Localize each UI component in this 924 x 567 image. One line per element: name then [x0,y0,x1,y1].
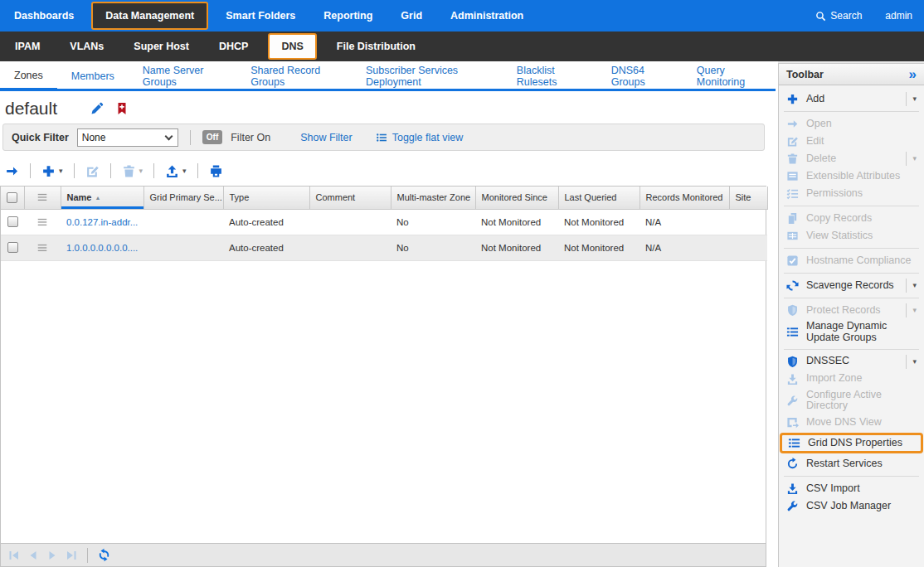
sidebar-item-csv-job-manager[interactable]: CSV Job Manager [779,497,924,515]
dropdown-caret[interactable]: ▾ [906,92,922,106]
toggle-flat-view[interactable]: Toggle flat view [376,132,463,143]
cell-value: Not Monitored [564,243,624,253]
separator [784,248,919,249]
column-header-type[interactable]: Type [223,187,309,209]
cell-comment [309,209,391,235]
top-nav-item-data-management[interactable]: Data Management [91,2,208,30]
column-header-site[interactable]: Site [729,187,767,209]
sidebar-item-label: Hostname Compliance [806,255,911,267]
sidebar-item-copy-records: Copy Records [779,210,924,227]
page-last-icon [65,549,78,562]
menu-icon [36,216,49,228]
select-all-checkbox[interactable] [7,192,17,203]
tab-dns64-groups[interactable]: DNS64 Groups [597,63,683,89]
column-header-select[interactable] [1,187,24,209]
sidebar-item-extensible-attributes: Extensible Attributes [779,167,924,185]
column-label: Grid Primary Se... [150,192,222,202]
separator [784,111,919,112]
table-row[interactable]: 1.0.0.0.0.0.0.0....Auto-createdNoNot Mon… [1,235,767,260]
top-nav-item-administration[interactable]: Administration [436,0,537,32]
sidebar-item-dnssec[interactable]: DNSSEC▾ [779,353,924,371]
sub-nav-item-vlans[interactable]: VLANs [55,32,119,61]
page-prev-icon [27,549,40,562]
global-search[interactable]: Search [815,10,862,22]
bookmark-add-icon[interactable] [115,102,129,115]
dropdown-caret: ▾ [906,152,922,166]
go-arrow-button[interactable] [5,164,19,178]
column-header-name[interactable]: Name▲ [61,187,143,209]
top-nav-item-smart-folders[interactable]: Smart Folders [212,0,309,32]
column-header-monitored_since[interactable]: Monitored Since [475,187,558,209]
collapse-sidebar-icon[interactable]: » [909,67,917,81]
sub-nav-item-file-distribution[interactable]: File Distribution [322,32,430,61]
separator [784,206,919,206]
divider [197,163,198,178]
column-header-last_queried[interactable]: Last Queried [558,187,640,209]
column-header-records_monitored[interactable]: Records Monitored [640,187,729,209]
refresh-icon[interactable] [97,548,111,562]
column-header-grid_primary[interactable]: Grid Primary Se... [143,187,223,209]
column-header-menu[interactable] [24,187,61,209]
sidebar-item-label: Copy Records [806,213,872,225]
divider [87,548,88,563]
filter-toggle-button[interactable]: Off [202,130,222,144]
column-header-comment[interactable]: Comment [309,187,391,209]
tab-subscriber-services-deployment[interactable]: Subscriber Services Deployment [352,63,503,89]
sidebar-item-restart-services[interactable]: Restart Services [779,455,924,472]
quick-filter-label: Quick Filter [12,132,69,143]
sidebar-item-scavenge-records[interactable]: Scavenge Records▾ [779,277,924,294]
add-button[interactable]: ▾ [41,164,63,178]
sidebar-item-open: Open [779,115,924,133]
table-row[interactable]: 0.0.127.in-addr...Auto-createdNoNot Moni… [1,209,767,235]
restart-icon [786,458,799,470]
sidebar-item-label: Extensible Attributes [806,171,900,182]
sidebar-item-protect-records: Protect Records▾ [779,302,924,319]
tab-members[interactable]: Members [57,63,129,89]
cell-comment [309,235,391,260]
column-label: Type [230,192,250,202]
tab-blacklist-rulesets[interactable]: Blacklist Rulesets [503,63,597,89]
sub-nav-item-dns[interactable]: DNS [268,33,316,60]
sidebar-item-grid-dns-properties[interactable]: Grid DNS Properties [780,433,923,453]
sidebar-item-label: Open [806,119,832,130]
form-icon [786,170,799,182]
view-heading: default [0,94,129,124]
export-button[interactable]: ▾ [165,164,187,178]
sub-nav-item-dhcp[interactable]: DHCP [204,32,263,61]
tab-shared-record-groups[interactable]: Shared Record Groups [236,63,352,89]
cell-monitored_since: Not Monitored [475,235,558,260]
tab-zones[interactable]: Zones [0,63,57,91]
edit-view-icon[interactable] [90,102,104,115]
grid-footer [1,543,766,566]
print-button[interactable] [209,164,223,178]
column-label: Comment [316,192,356,202]
cell-grid_primary [143,235,223,260]
caret-down-icon[interactable]: ▾ [59,167,63,175]
sub-nav-item-ipam[interactable]: IPAM [0,32,55,61]
tab-query-monitoring[interactable]: Query Monitoring [683,63,776,89]
cell-value[interactable]: 1.0.0.0.0.0.0.0.... [66,243,138,253]
dropdown-caret[interactable]: ▾ [906,279,922,293]
sidebar-item-manage-dynamic-update-groups[interactable]: Manage Dynamic Update Groups [779,319,924,346]
user-menu[interactable]: admin [885,10,912,22]
row-checkbox[interactable] [7,242,18,253]
top-nav-item-dashboards[interactable]: Dashboards [0,0,88,32]
dropdown-caret[interactable]: ▾ [906,355,922,369]
cell-last_queried: Not Monitored [558,209,640,235]
cell-value[interactable]: 0.0.127.in-addr... [66,217,138,227]
top-nav-item-grid[interactable]: Grid [387,0,436,32]
menu-icon [36,242,49,254]
zones-grid: Name▲Grid Primary Se...TypeCommentMulti-… [0,186,766,567]
quick-filter-select[interactable]: None [77,128,178,147]
export-icon [165,164,179,178]
caret-down-icon[interactable]: ▾ [139,167,143,175]
row-checkbox[interactable] [7,216,18,227]
sidebar-item-add[interactable]: Add▾ [779,90,924,108]
top-nav-item-reporting[interactable]: Reporting [309,0,387,32]
sub-nav-item-super-host[interactable]: Super Host [119,32,204,61]
sidebar-item-csv-import[interactable]: CSV Import [779,480,924,497]
column-header-multi_master[interactable]: Multi-master Zone [391,187,475,209]
caret-down-icon[interactable]: ▾ [182,167,187,175]
show-filter-link[interactable]: Show Filter [300,132,353,143]
tab-name-server-groups[interactable]: Name Server Groups [129,63,236,89]
